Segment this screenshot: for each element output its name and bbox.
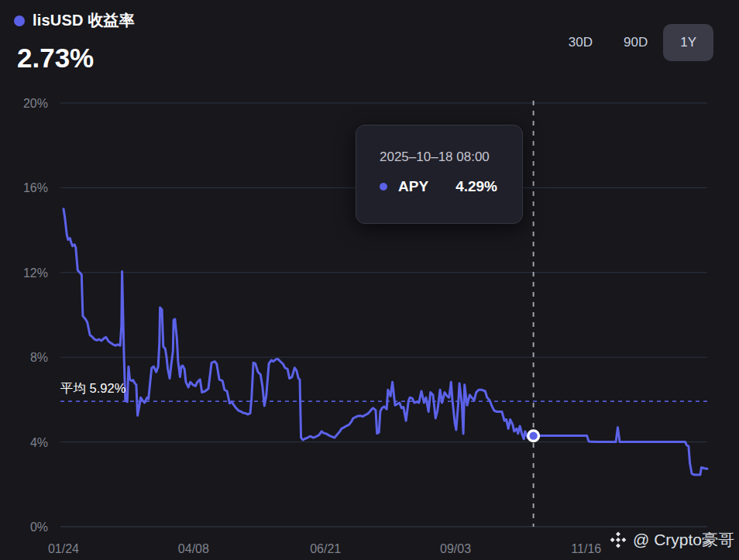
apy-line <box>64 209 707 475</box>
apy-chart-panel: lisUSD 收益率 2.73% 30D 90D 1Y 20%16%12%8%4… <box>0 0 739 560</box>
watermark: @ Crypto豪哥 <box>609 529 734 551</box>
tooltip-series-row: APY 4.29% <box>380 178 502 195</box>
tooltip: 2025–10–18 08:00 APY 4.29% <box>356 125 523 224</box>
svg-text:8%: 8% <box>30 351 48 364</box>
svg-text:06/21: 06/21 <box>310 542 341 555</box>
watermark-text: @ Crypto豪哥 <box>633 529 734 551</box>
highlight-point[interactable] <box>527 429 540 442</box>
svg-text:20%: 20% <box>23 97 48 110</box>
x-axis-labels: 01/2404/0806/2109/0311/16 <box>48 542 601 555</box>
svg-text:04/08: 04/08 <box>178 542 209 555</box>
svg-text:01/24: 01/24 <box>48 542 79 555</box>
y-axis-labels: 20%16%12%8%4%0% <box>23 97 48 534</box>
svg-text:12%: 12% <box>23 266 48 280</box>
binance-diamond-icon <box>609 531 627 549</box>
tooltip-date: 2025–10–18 08:00 <box>380 149 502 165</box>
tooltip-series-dot-icon <box>380 183 387 191</box>
plot-area[interactable]: 20%16%12%8%4%0% 01/2404/0806/2109/0311/1… <box>0 0 739 560</box>
tooltip-series-label: APY <box>398 178 428 195</box>
svg-text:09/03: 09/03 <box>440 542 471 555</box>
tooltip-series-value: 4.29% <box>455 178 502 195</box>
average-label: 平均 5.92% <box>60 380 125 397</box>
svg-text:0%: 0% <box>30 520 48 534</box>
svg-text:16%: 16% <box>23 181 48 194</box>
svg-text:4%: 4% <box>30 436 48 449</box>
svg-text:11/16: 11/16 <box>571 542 601 555</box>
